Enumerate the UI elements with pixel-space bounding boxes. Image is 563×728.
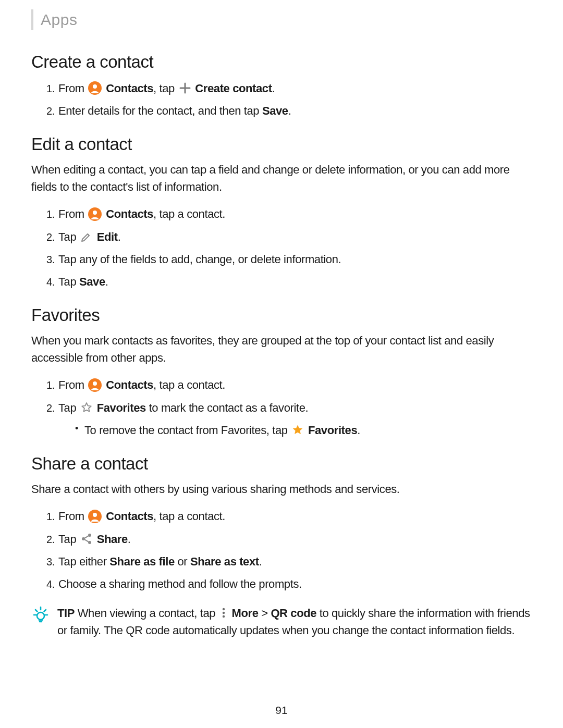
favorites-label: Favorites <box>305 424 357 437</box>
share-step-4: Choose a sharing method and follow the p… <box>57 575 533 593</box>
more-label: More <box>229 607 259 620</box>
svg-point-7 <box>93 513 97 517</box>
star-outline-icon <box>80 401 93 414</box>
breadcrumb-label: Apps <box>41 11 77 29</box>
breadcrumb: Apps <box>31 9 533 30</box>
more-vertical-icon <box>219 607 228 619</box>
tip-block: TIP When viewing a contact, tap More > Q… <box>31 604 533 639</box>
plus-icon <box>179 82 191 94</box>
contacts-icon <box>88 378 102 392</box>
star-filled-icon <box>291 424 304 436</box>
breadcrumb-bar <box>31 9 33 30</box>
edit-label: Edit <box>94 230 118 243</box>
edit-intro: When editing a contact, you can tap a fi… <box>31 162 533 195</box>
qr-code-label: QR code <box>271 607 316 620</box>
favorites-substeps: To remove the contact from Favorites, ta… <box>58 421 533 439</box>
favorites-step-1: From Contacts, tap a contact. <box>57 376 533 394</box>
contacts-label: Contacts <box>103 510 153 523</box>
edit-step-1: From Contacts, tap a contact. <box>57 205 533 223</box>
share-step-2: Tap Share. <box>57 530 533 548</box>
contacts-icon <box>88 510 102 523</box>
create-step-2: Enter details for the contact, and then … <box>57 102 533 120</box>
favorites-steps: From Contacts, tap a contact. Tap Favori… <box>31 376 533 439</box>
share-label: Share <box>94 533 128 546</box>
favorites-intro: When you mark contacts as favorites, the… <box>31 332 533 366</box>
svg-point-11 <box>37 612 44 620</box>
favorites-sub-1: To remove the contact from Favorites, ta… <box>75 421 533 439</box>
edit-step-4: Tap Save. <box>57 273 533 291</box>
pencil-icon <box>80 230 93 243</box>
share-intro: Share a contact with others by using var… <box>31 481 533 498</box>
page-number: 91 <box>0 704 563 717</box>
create-contact-label: Create contact <box>192 82 272 95</box>
share-step-1: From Contacts, tap a contact. <box>57 507 533 525</box>
edit-step-3: Tap any of the fields to add, change, or… <box>57 250 533 268</box>
contacts-icon <box>88 81 102 95</box>
tip-label: TIP <box>57 607 75 620</box>
heading-favorites: Favorites <box>31 305 533 325</box>
svg-point-5 <box>93 381 97 386</box>
tip-text: TIP When viewing a contact, tap More > Q… <box>57 604 533 639</box>
heading-create-contact: Create a contact <box>31 52 533 72</box>
favorites-step-2: Tap Favorites to mark the contact as a f… <box>57 399 533 439</box>
contacts-label: Contacts <box>103 207 153 220</box>
svg-point-1 <box>93 84 97 89</box>
heading-edit-contact: Edit a contact <box>31 134 533 154</box>
share-step-3: Tap either Share as file or Share as tex… <box>57 552 533 571</box>
create-steps: From Contacts, tap Create contact. Enter… <box>31 79 533 120</box>
edit-steps: From Contacts, tap a contact. Tap Edit. … <box>31 205 533 291</box>
contacts-label: Contacts <box>103 378 153 391</box>
lightbulb-icon <box>31 606 50 626</box>
create-step-1: From Contacts, tap Create contact. <box>57 79 533 97</box>
share-icon <box>80 533 93 545</box>
svg-point-3 <box>93 211 97 215</box>
heading-share-contact: Share a contact <box>31 454 533 474</box>
contacts-label: Contacts <box>103 82 153 95</box>
edit-step-2: Tap Edit. <box>57 228 533 246</box>
svg-point-13 <box>223 612 225 614</box>
svg-point-12 <box>223 608 225 610</box>
contacts-icon <box>88 207 102 221</box>
svg-point-14 <box>223 615 225 618</box>
favorites-label: Favorites <box>94 401 146 414</box>
share-steps: From Contacts, tap a contact. Tap Share.… <box>31 507 533 593</box>
